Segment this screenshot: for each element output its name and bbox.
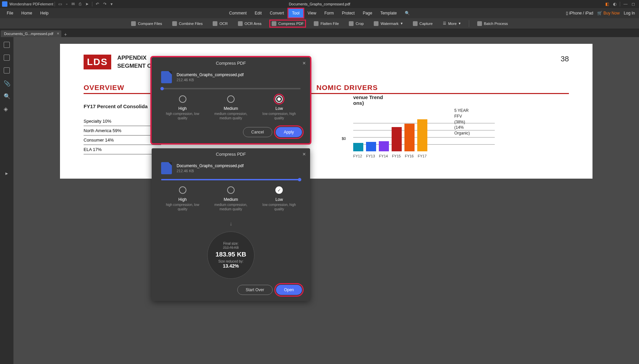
menu-bar: File Home Help Comment Edit Convert Tool… bbox=[0, 8, 639, 18]
tab-label: Documents_G...mpressed.pdf bbox=[4, 32, 53, 36]
dialog-actions: Cancel Apply bbox=[152, 127, 310, 143]
menu-view[interactable]: View bbox=[304, 8, 321, 18]
workspace: 📎 🔍 ◈ ▶ LDS APPENDIX SEGMENT OVERVI 38 O… bbox=[0, 37, 639, 364]
chart-area: venue Trendons) $0 FY12FY13FY14FY15FY16F… bbox=[353, 94, 427, 151]
tool-more[interactable]: ☰More ▾ bbox=[441, 20, 463, 27]
tool-crop[interactable]: Crop bbox=[347, 20, 366, 27]
menu-page[interactable]: Page bbox=[359, 8, 376, 18]
open-button[interactable]: Open bbox=[276, 285, 302, 295]
option-low[interactable]: Low low compression, high quality bbox=[257, 186, 301, 211]
mail-icon[interactable]: ✉ bbox=[71, 2, 75, 6]
menu-right: ▯ iPhone / iPad 🛒 Buy Now Log In bbox=[566, 11, 635, 16]
chart-category-label: FY17 bbox=[418, 154, 426, 158]
theme-icon[interactable]: ◐ bbox=[613, 2, 616, 6]
option-high[interactable]: High high compression, low quality bbox=[161, 95, 205, 120]
minimize-icon[interactable]: — bbox=[623, 2, 628, 6]
radio-medium[interactable] bbox=[227, 95, 235, 103]
save-icon[interactable]: ▫ bbox=[66, 2, 67, 6]
reduction-percent: 13.42% bbox=[223, 263, 239, 269]
dialog-filesize: 212.46 KB bbox=[177, 169, 244, 173]
data-row: Consumer 14% bbox=[84, 135, 161, 145]
option-medium[interactable]: Medium medium compression, medium qualit… bbox=[209, 95, 253, 120]
apply-button[interactable]: Apply bbox=[276, 127, 302, 137]
buy-now-link[interactable]: 🛒 Buy Now bbox=[597, 11, 619, 16]
dialog-title: Compress PDF ✕ bbox=[152, 57, 310, 69]
menu-comment[interactable]: Comment bbox=[225, 8, 251, 18]
tool-capture[interactable]: Capture bbox=[411, 20, 435, 27]
chart-bar bbox=[404, 124, 415, 151]
menu-tool[interactable]: Tool bbox=[288, 8, 304, 18]
radio-medium[interactable] bbox=[227, 186, 235, 194]
device-link[interactable]: ▯ iPhone / iPad bbox=[566, 11, 594, 16]
chart-bar bbox=[392, 127, 402, 151]
login-link[interactable]: Log In bbox=[624, 11, 635, 16]
maximize-icon[interactable]: ◻ bbox=[632, 2, 635, 6]
chart-bar bbox=[379, 141, 389, 151]
chart-category-label: FY14 bbox=[379, 154, 388, 158]
radio-high[interactable] bbox=[179, 186, 186, 194]
data-row: North America 59% bbox=[84, 126, 161, 135]
tool-ocr-area[interactable]: OCR Area bbox=[236, 20, 264, 27]
lds-badge: LDS bbox=[84, 55, 111, 69]
option-high[interactable]: High high compression, low quality bbox=[161, 186, 205, 211]
tool-watermark[interactable]: Watermark ▾ bbox=[372, 20, 404, 27]
radio-low-checked[interactable] bbox=[275, 186, 283, 194]
share-icon[interactable]: ➤ bbox=[85, 2, 89, 6]
thumbnails-icon[interactable] bbox=[4, 42, 10, 48]
redo-icon[interactable]: ↷ bbox=[103, 2, 106, 6]
menu-form[interactable]: Form bbox=[320, 8, 338, 18]
menu-search-icon[interactable]: 🔍 bbox=[401, 8, 414, 18]
canvas[interactable]: LDS APPENDIX SEGMENT OVERVI 38 OVERVIEW … bbox=[13, 37, 639, 364]
tab-close-icon[interactable]: ✕ bbox=[57, 32, 59, 35]
divider bbox=[620, 2, 620, 6]
dialog-title: Compress PDF ✕ bbox=[152, 148, 310, 160]
notification-icon[interactable]: ◧ bbox=[605, 2, 609, 6]
close-icon[interactable]: ✕ bbox=[302, 152, 306, 157]
comments-icon[interactable] bbox=[4, 67, 10, 73]
tool-compress-pdf[interactable]: Compress PDF bbox=[270, 20, 306, 27]
start-over-button[interactable]: Start Over bbox=[237, 285, 273, 295]
bookmark-icon[interactable] bbox=[4, 55, 10, 61]
new-tab-button[interactable]: + bbox=[64, 32, 67, 37]
chart-bar bbox=[366, 142, 376, 151]
menu-edit[interactable]: Edit bbox=[251, 8, 266, 18]
undo-icon[interactable]: ↶ bbox=[96, 2, 99, 6]
menu-protect[interactable]: Protect bbox=[338, 8, 359, 18]
layers-icon[interactable]: ◈ bbox=[4, 106, 10, 112]
cancel-button[interactable]: Cancel bbox=[243, 127, 272, 137]
dropdown-icon[interactable]: ▾ bbox=[111, 2, 113, 6]
toolbar: Compare Files Combine Files OCR OCR Area… bbox=[0, 18, 639, 29]
menu-convert[interactable]: Convert bbox=[266, 8, 288, 18]
menu-home[interactable]: Home bbox=[17, 9, 36, 18]
expand-sidebar-icon[interactable]: ▶ bbox=[5, 172, 8, 175]
dialog-file-row: Documents_Graphs_compressed.pdf 212.46 K… bbox=[152, 160, 310, 179]
menu-left: File Home Help bbox=[0, 9, 53, 18]
overview-heading: OVERVIEW bbox=[84, 84, 124, 92]
dialog-actions: Start Over Open bbox=[152, 279, 310, 301]
attachment-icon[interactable]: 📎 bbox=[4, 80, 10, 86]
chart-category-label: FY15 bbox=[392, 154, 401, 158]
ocr-area-icon bbox=[238, 21, 243, 26]
search-icon[interactable]: 🔍 bbox=[4, 93, 10, 99]
dialog-file-row: Documents_Graphs_compressed.pdf 212.46 K… bbox=[152, 69, 310, 88]
option-low[interactable]: Low low compression, high quality bbox=[257, 95, 301, 120]
tool-flatten-file[interactable]: Flatten File bbox=[312, 20, 341, 27]
radio-high[interactable] bbox=[179, 95, 186, 103]
dialog-filesize: 212.46 KB bbox=[177, 78, 244, 82]
option-medium[interactable]: Medium medium compression, medium qualit… bbox=[209, 186, 253, 211]
print-icon[interactable]: ⎙ bbox=[79, 2, 81, 6]
data-row: Specialty 10% bbox=[84, 117, 161, 126]
tool-combine-files[interactable]: Combine Files bbox=[170, 20, 205, 27]
radio-low[interactable] bbox=[275, 95, 283, 103]
trend-title: venue Trendons) bbox=[353, 94, 427, 106]
tool-batch-process[interactable]: Batch Process bbox=[475, 20, 510, 27]
document-tab[interactable]: Documents_G...mpressed.pdf ✕ bbox=[1, 30, 61, 37]
tool-ocr[interactable]: OCR bbox=[211, 20, 230, 27]
menu-template[interactable]: Template bbox=[376, 8, 401, 18]
combine-icon bbox=[172, 21, 177, 26]
close-icon[interactable]: ✕ bbox=[302, 61, 306, 66]
menu-file[interactable]: File bbox=[3, 9, 17, 18]
menu-help[interactable]: Help bbox=[36, 9, 53, 18]
tool-compare-files[interactable]: Compare Files bbox=[129, 20, 164, 27]
folder-icon[interactable]: ▭ bbox=[58, 2, 62, 6]
